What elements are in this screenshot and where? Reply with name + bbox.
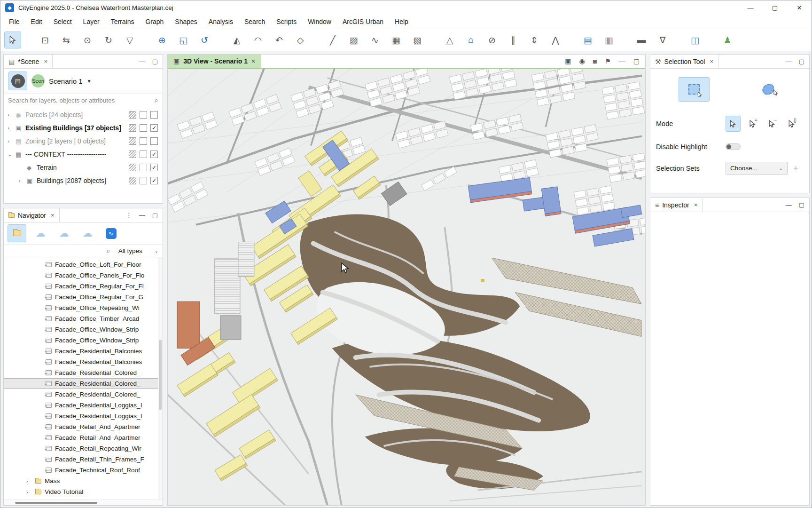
vertical-scrollbar[interactable] xyxy=(158,257,163,500)
scenario-selector[interactable]: Scenario 1 xyxy=(49,77,83,85)
shape-cut-icon[interactable]: ⊘ xyxy=(484,32,500,48)
nav-item-facade[interactable]: Facade_Office_Regular_For_Fl xyxy=(4,281,163,292)
maximize-panel-button[interactable]: ▢ xyxy=(799,201,804,208)
display-swatch[interactable] xyxy=(129,137,136,145)
nav-item-facade[interactable]: Facade_Residential_Balconies xyxy=(4,357,163,367)
menu-window[interactable]: Window xyxy=(302,18,337,25)
tab-inspector[interactable]: ≡ Inspector × xyxy=(650,198,703,212)
layer-terrain[interactable]: ◆ Terrain xyxy=(4,161,163,174)
view-menu-icon[interactable]: ⋮ xyxy=(126,212,132,219)
close-selection-tool-tab[interactable]: × xyxy=(710,58,713,65)
zoom-icon[interactable]: ⊙ xyxy=(79,32,96,48)
mode-new-selection-button[interactable] xyxy=(726,116,741,132)
nav-item-facade[interactable]: Facade_Residential_Loggias_I xyxy=(4,411,163,421)
nav-item-facade[interactable]: Facade_Residential_Colored_ xyxy=(4,367,163,378)
portal-public-button[interactable]: ☁ xyxy=(78,224,97,242)
menu-scripts[interactable]: Scripts xyxy=(271,18,302,25)
generate-model-icon[interactable]: ▤ xyxy=(579,32,596,48)
push-pull-icon[interactable]: ⇕ xyxy=(526,32,543,48)
nav-item-facade[interactable]: Facade_Technical_Roof_Roof xyxy=(4,465,163,476)
tab-scene[interactable]: ▤ *Scene × xyxy=(4,55,53,68)
type-filter-dropdown[interactable]: All types ⌄ xyxy=(114,245,163,257)
nav-folder-video-tutorial[interactable]: › Video Tutorial xyxy=(4,486,163,497)
select-checkbox[interactable] xyxy=(140,164,147,171)
tab-navigator[interactable]: Navigator × xyxy=(4,208,60,222)
nav-item-facade[interactable]: Facade_Office_Panels_For_Flo xyxy=(4,270,163,281)
mode-toggle-selection-button[interactable]: ▯ xyxy=(784,116,799,132)
arcgis-online-button[interactable]: ∿ xyxy=(102,224,120,242)
minimize-panel-button[interactable]: — xyxy=(139,58,145,65)
display-swatch[interactable] xyxy=(129,151,136,158)
menu-help[interactable]: Help xyxy=(389,18,414,25)
scene-search-input[interactable] xyxy=(8,97,152,104)
visibility-checkbox[interactable] xyxy=(150,111,158,119)
menu-search[interactable]: Search xyxy=(239,18,271,25)
maximize-window-button[interactable]: ▢ xyxy=(763,0,787,15)
roof-icon[interactable]: ⋀ xyxy=(547,32,564,48)
close-navigator-tab[interactable]: × xyxy=(51,212,55,219)
select-checkbox[interactable] xyxy=(140,111,147,119)
select-checkbox[interactable] xyxy=(140,177,147,184)
maximize-view-icon[interactable]: ▢ xyxy=(633,57,640,65)
close-inspector-tab[interactable]: × xyxy=(694,201,698,208)
nav-item-facade[interactable]: Facade_Residential_Colored_ xyxy=(4,389,163,400)
portal-my-content-button[interactable]: ☁ xyxy=(31,224,50,242)
nav-item-facade[interactable]: Facade_Retail_Repeating_Wir xyxy=(4,443,163,454)
terrain-smooth-icon[interactable]: ◠ xyxy=(250,32,266,48)
select-checkbox[interactable] xyxy=(140,151,147,158)
terrain-reset-icon[interactable]: ↶ xyxy=(271,32,288,48)
tab-3d-view[interactable]: ▣ 3D View - Scenario 1 × xyxy=(168,55,261,68)
expand-arrow-icon[interactable]: › xyxy=(8,112,16,118)
frame-selection-icon[interactable]: ⊡ xyxy=(37,32,54,48)
lasso-select-button[interactable] xyxy=(753,77,784,102)
layer-buildings[interactable]: › ▣ Buildings [2087 objects] xyxy=(4,174,163,187)
nav-item-facade[interactable]: Facade_Residential_Loggias_I xyxy=(4,400,163,411)
tab-selection-tool[interactable]: ⚒ Selection Tool × xyxy=(650,55,718,68)
polygon-draw-icon[interactable]: △ xyxy=(441,32,458,48)
visibility-checkbox[interactable] xyxy=(150,164,158,171)
shape-split-icon[interactable]: ∥ xyxy=(505,32,522,48)
layer-parcels[interactable]: › ◉ Parcels [24 objects] xyxy=(4,108,163,121)
menu-graph[interactable]: Graph xyxy=(140,18,169,25)
nav-item-facade[interactable]: Facade_Retail_And_Apartmer xyxy=(4,421,163,432)
selection-sets-dropdown[interactable]: Choose... ⌄ xyxy=(726,162,788,175)
display-swatch[interactable] xyxy=(129,164,136,171)
visibility-checkbox[interactable] xyxy=(150,124,158,132)
street-create-icon[interactable]: ╱ xyxy=(324,32,341,48)
visibility-checkbox[interactable] xyxy=(150,177,158,184)
nav-item-facade[interactable]: Facade_Office_Repeating_Wi xyxy=(4,302,163,313)
terrain-export-icon[interactable]: ◇ xyxy=(292,32,309,48)
nav-item-facade[interactable]: Facade_Retail_Thin_Frames_F xyxy=(4,454,163,465)
scrollbar-thumb[interactable] xyxy=(159,340,162,410)
expand-arrow-icon[interactable]: › xyxy=(8,125,16,131)
expand-arrow-icon[interactable]: › xyxy=(26,478,32,484)
rectangle-select-button[interactable] xyxy=(679,77,710,102)
measure-icon[interactable]: ▬ xyxy=(633,32,650,48)
shape-create-icon[interactable]: ⌂ xyxy=(462,32,479,48)
disable-highlight-toggle[interactable] xyxy=(726,143,741,150)
look-around-icon[interactable]: ▽ xyxy=(121,32,138,48)
maximize-panel-button[interactable]: ▢ xyxy=(152,212,158,219)
local-files-button[interactable] xyxy=(8,224,26,242)
scrollbar-thumb[interactable] xyxy=(15,502,97,504)
layer-manager-button[interactable]: ▤ xyxy=(8,71,27,90)
display-swatch[interactable] xyxy=(129,124,136,132)
menu-select[interactable]: Select xyxy=(48,18,78,25)
move-tool-icon[interactable]: ⊕ xyxy=(154,32,171,48)
building-wizard-icon[interactable]: ▥ xyxy=(601,32,617,48)
walkthrough-icon[interactable]: ♟ xyxy=(719,32,736,48)
expand-arrow-icon[interactable]: › xyxy=(19,178,27,183)
mode-add-selection-button[interactable]: + xyxy=(745,116,760,132)
street-cleanup-icon[interactable]: ▧ xyxy=(409,32,426,48)
display-swatch[interactable] xyxy=(129,111,136,119)
visibility-icon[interactable]: ◉ xyxy=(579,57,585,65)
visibility-checkbox[interactable] xyxy=(150,151,158,158)
horizontal-scrollbar[interactable] xyxy=(4,500,163,505)
select-checkbox[interactable] xyxy=(140,124,147,132)
nav-item-facade[interactable]: Facade_Residential_Colored_ xyxy=(4,378,163,389)
portal-groups-button[interactable]: ☁ xyxy=(55,224,73,242)
close-scene-tab[interactable]: × xyxy=(44,58,47,65)
display-swatch[interactable] xyxy=(129,177,136,184)
street-grid-icon[interactable]: ▦ xyxy=(388,32,405,48)
terrain-raise-icon[interactable]: ◭ xyxy=(228,32,245,48)
